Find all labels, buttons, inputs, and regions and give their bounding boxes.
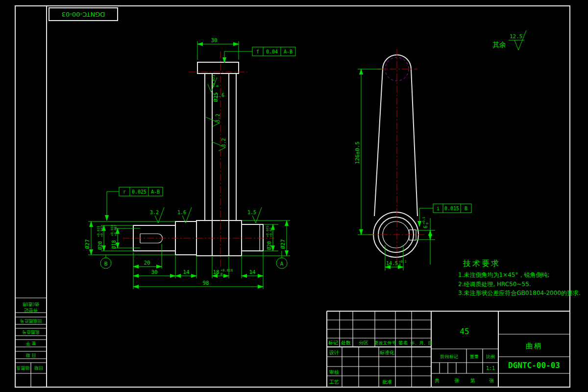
rev-header-date: 年、月、日 [411,341,433,345]
scale-label: 比例 [486,354,495,359]
datum-a: A [276,251,287,269]
tech-requirements: 技术要求 1.未注倒角均为1×45°，锐角倒钝; 2.经调质处理, HRC50~… [458,259,581,296]
dim-30-bottom: 30 [151,269,157,275]
gdt-frame-runout: r 0.025 A-B [107,187,163,220]
sheets-total-label: 共 [435,378,440,383]
tech-req-item-1: 1.未注倒角均为1×45°，锐角倒钝; [458,271,549,278]
dim-14-5-tol-bot: 0 [399,263,401,267]
role-check: 审核 [329,369,339,375]
surface-note-value: 12.5 [510,33,523,40]
binding-row6-left: 描图员 [17,366,30,370]
role-process: 工艺 [329,379,339,385]
sheets-page-label: 第 [470,378,475,383]
binding-row1-line1: 借(通)用 [23,302,39,307]
material-value: 45 [460,327,469,336]
dim-98: 98 [202,280,209,286]
gdt-symbol: r [123,189,126,195]
binding-row2: 旧底图总号 [20,318,42,323]
rev-header-sign: 签名 [398,340,408,345]
part-name: 曲柄 [526,342,542,350]
front-view-centerlines [122,51,274,269]
roughness-mark-1: 1.6 [208,77,224,98]
dim-6-tol-bot: 0 [425,222,429,224]
rev-header-count: 处数 [341,340,351,345]
gdt-tolerance: 0.025 [132,189,147,195]
tech-req-title: 技术要求 [463,259,500,268]
sheet-code-topleft: DGNTC-00-03 [62,11,105,18]
gdt-datum: A-B [151,189,160,195]
stage-label: 阶段标记 [441,354,458,359]
gdt-symbol: i [437,206,440,211]
dia18-left-main: Ø18 [111,240,117,249]
cad-drawing-sheet: DGNTC-00-03 其余 12.5 30 [0,0,588,392]
roughness-value: 1.6 [177,210,186,215]
dim-20: 20 [144,260,150,266]
dia20-right-tol-bot: +0.02 [269,227,273,237]
datum-b: B [100,255,111,269]
dim-14-5-main: 14.5 [386,261,398,266]
dia20-right: Ø20 +0.065 +0.02 [266,225,273,250]
roughness-value: 3.2 [150,210,159,215]
sheets-word-1: 张 [454,378,459,383]
role-design: 设计 [329,350,339,355]
dim-126: 126±0.5 [354,142,361,164]
roughness-mark-3: 3.2 [212,138,226,151]
gdt-datum: A-B [284,49,293,54]
dia20-left-tol-bot: +0.002 [100,225,104,237]
roughness-mark-2: 3.2 [206,114,220,126]
dim-18-tol-bot: 0 [220,272,222,276]
dia27-left-text: Ø27 [84,239,91,249]
drawing-svg: DGNTC-00-03 其余 12.5 30 [0,0,588,392]
gdt-symbol: f [256,49,259,54]
surface-finish-note: 其余 12.5 [492,30,526,50]
side-view-centerlines [368,49,425,267]
binding-row6-right: 日期 [34,366,43,370]
weight-label: 重量 [470,354,479,359]
datum-b-label: B [104,261,108,267]
dia20-right-main: Ø20 [267,241,272,250]
roughness-value: 3.2 [215,114,220,122]
dim-6: 6 +0.1 0 [422,217,429,228]
dia27-left: Ø27 [84,239,91,249]
rev-header-docno: 更改文件号 [374,341,396,345]
gdt-tolerance: 0.04 [266,49,278,54]
roughness-value: 1.5 [247,210,256,215]
binding-row5: 日 期 [26,353,36,358]
roughness-value: 1.6 [216,93,224,98]
scale-value: 1:1 [486,366,495,371]
dia25-tol-bot: 0 [216,85,220,87]
binding-row3: 底图总号 [22,330,40,335]
dia27-right-text: Ø27 [280,239,286,249]
role-standard: 标准化 [379,350,394,355]
rev-header-zone: 分区 [359,340,368,345]
datum-a-label: A [280,261,284,267]
roughness-mark-5: 1.6 [177,207,192,223]
dim-14-b: 14 [249,269,256,275]
dim-18-tol-top: +0.018 [220,269,233,272]
dia20-left-main: Ø20 [98,241,103,250]
gdt-datum: B [465,206,467,211]
gdt-tolerance: 0.015 [444,206,459,211]
roughness-mark-4: 3.2 [150,207,164,223]
front-view-dims: 30 f 0.04 A-B Ø25 +0.021 0 1.6 3.2 [84,37,295,289]
surface-note-prefix: 其余 [492,41,506,49]
binding-row1-line2: 件登记 [24,308,38,313]
front-view-outline [133,62,263,256]
sheets-word-2: 张 [489,378,494,383]
dim-126-text: 126±0.5 [354,142,361,164]
binding-table-text: 借(通)用 件登记 旧底图总号 底图总号 签 字 日 期 描图员 日期 [17,302,44,370]
dia27-right: Ø27 [280,239,286,249]
dia20-left: Ø20 +0.021 +0.002 [97,225,104,250]
dim-14-a: 14 [183,269,190,275]
dim-6-main: 6 [423,225,428,228]
roughness-value: 3.2 [221,138,226,147]
binding-row4: 签 字 [26,341,36,346]
gdt-frame-parallel: f 0.04 A-B [224,47,295,63]
tech-req-item-2: 2.经调质处理, HRC50~55. [458,281,531,288]
side-view-outline [373,55,418,257]
role-approve: 批准 [382,379,392,385]
drawing-number: DGNTC-00-03 [508,361,560,370]
dia18-left: Ø18 +0.018 +0.007 [110,224,118,249]
sheet-frame [15,6,570,387]
tech-req-item-3: 3.未注形状公差应符合GB01804-2000的要求. [458,290,581,296]
